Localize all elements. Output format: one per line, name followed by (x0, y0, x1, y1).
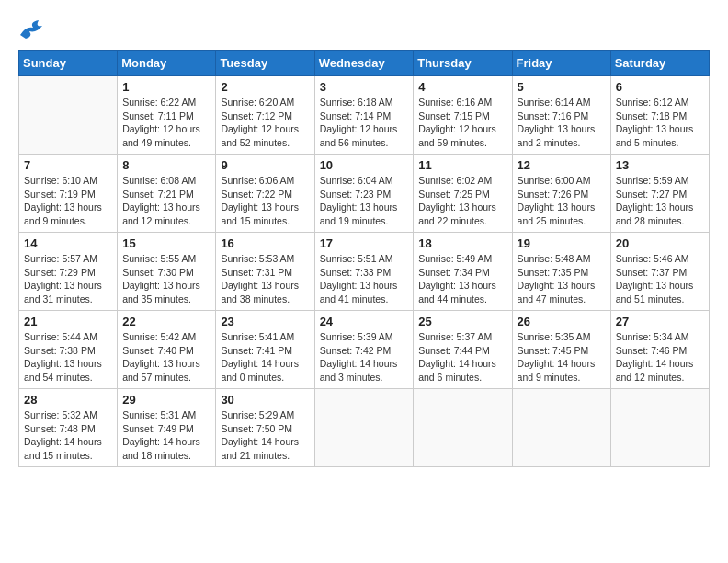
calendar-cell: 29Sunrise: 5:31 AMSunset: 7:49 PMDayligh… (118, 389, 216, 467)
day-info: Sunrise: 6:16 AMSunset: 7:15 PMDaylight:… (418, 96, 506, 150)
day-number: 2 (221, 80, 309, 94)
calendar-cell: 6Sunrise: 6:12 AMSunset: 7:18 PMDaylight… (610, 76, 709, 155)
day-info: Sunrise: 6:14 AMSunset: 7:16 PMDaylight:… (518, 96, 606, 150)
calendar-cell: 1Sunrise: 6:22 AMSunset: 7:11 PMDaylight… (118, 76, 216, 155)
day-number: 11 (418, 158, 506, 172)
calendar-cell: 17Sunrise: 5:51 AMSunset: 7:33 PMDayligh… (314, 233, 414, 311)
day-info: Sunrise: 6:22 AMSunset: 7:11 PMDaylight:… (122, 96, 210, 150)
calendar-table: Sunday Monday Tuesday Wednesday Thursday… (18, 50, 710, 467)
day-info: Sunrise: 5:37 AMSunset: 7:44 PMDaylight:… (418, 330, 506, 385)
day-info: Sunrise: 5:51 AMSunset: 7:33 PMDaylight:… (320, 252, 409, 306)
page-header (18, 18, 710, 40)
calendar-cell (414, 389, 512, 467)
calendar-cell: 5Sunrise: 6:14 AMSunset: 7:16 PMDaylight… (512, 76, 610, 155)
day-number: 14 (24, 236, 112, 250)
day-number: 16 (221, 236, 309, 250)
calendar-cell: 23Sunrise: 5:41 AMSunset: 7:41 PMDayligh… (216, 311, 314, 389)
day-info: Sunrise: 6:08 AMSunset: 7:21 PMDaylight:… (122, 174, 210, 228)
calendar-cell: 19Sunrise: 5:48 AMSunset: 7:35 PMDayligh… (512, 233, 610, 311)
col-friday: Friday (512, 51, 610, 76)
calendar-cell: 18Sunrise: 5:49 AMSunset: 7:34 PMDayligh… (414, 233, 512, 311)
day-number: 6 (616, 80, 704, 94)
day-info: Sunrise: 5:42 AMSunset: 7:40 PMDaylight:… (122, 330, 210, 385)
calendar-header-row: Sunday Monday Tuesday Wednesday Thursday… (19, 51, 710, 76)
calendar-cell: 9Sunrise: 6:06 AMSunset: 7:22 PMDaylight… (216, 155, 314, 233)
day-number: 5 (518, 80, 606, 94)
calendar-cell (610, 389, 709, 467)
day-info: Sunrise: 5:46 AMSunset: 7:37 PMDaylight:… (616, 252, 704, 306)
day-number: 18 (418, 236, 506, 250)
day-info: Sunrise: 5:41 AMSunset: 7:41 PMDaylight:… (221, 330, 309, 385)
calendar-cell: 22Sunrise: 5:42 AMSunset: 7:40 PMDayligh… (118, 311, 216, 389)
day-info: Sunrise: 5:31 AMSunset: 7:49 PMDaylight:… (122, 408, 210, 463)
day-info: Sunrise: 5:48 AMSunset: 7:35 PMDaylight:… (518, 252, 606, 306)
calendar-cell: 25Sunrise: 5:37 AMSunset: 7:44 PMDayligh… (414, 311, 512, 389)
day-info: Sunrise: 6:18 AMSunset: 7:14 PMDaylight:… (320, 96, 409, 150)
calendar-cell: 30Sunrise: 5:29 AMSunset: 7:50 PMDayligh… (216, 389, 314, 467)
logo (18, 18, 50, 40)
day-info: Sunrise: 6:04 AMSunset: 7:23 PMDaylight:… (320, 174, 409, 228)
day-info: Sunrise: 5:35 AMSunset: 7:45 PMDaylight:… (518, 330, 606, 385)
day-number: 21 (24, 315, 112, 328)
day-number: 7 (24, 158, 112, 172)
day-number: 23 (221, 315, 309, 328)
day-info: Sunrise: 5:44 AMSunset: 7:38 PMDaylight:… (24, 330, 112, 385)
col-thursday: Thursday (414, 51, 512, 76)
day-number: 28 (24, 393, 112, 407)
col-saturday: Saturday (610, 51, 709, 76)
calendar-cell: 24Sunrise: 5:39 AMSunset: 7:42 PMDayligh… (314, 311, 414, 389)
week-row-1: 1Sunrise: 6:22 AMSunset: 7:11 PMDaylight… (19, 76, 710, 155)
col-monday: Monday (118, 51, 216, 76)
calendar-cell: 20Sunrise: 5:46 AMSunset: 7:37 PMDayligh… (610, 233, 709, 311)
day-info: Sunrise: 5:59 AMSunset: 7:27 PMDaylight:… (616, 174, 704, 228)
day-info: Sunrise: 5:32 AMSunset: 7:48 PMDaylight:… (24, 408, 112, 463)
calendar-cell: 14Sunrise: 5:57 AMSunset: 7:29 PMDayligh… (19, 233, 118, 311)
calendar-cell: 8Sunrise: 6:08 AMSunset: 7:21 PMDaylight… (118, 155, 216, 233)
calendar-cell: 16Sunrise: 5:53 AMSunset: 7:31 PMDayligh… (216, 233, 314, 311)
day-number: 17 (320, 236, 409, 250)
calendar-cell: 26Sunrise: 5:35 AMSunset: 7:45 PMDayligh… (512, 311, 610, 389)
day-info: Sunrise: 5:39 AMSunset: 7:42 PMDaylight:… (320, 330, 409, 385)
day-number: 29 (122, 393, 210, 407)
calendar-cell: 15Sunrise: 5:55 AMSunset: 7:30 PMDayligh… (118, 233, 216, 311)
day-info: Sunrise: 6:06 AMSunset: 7:22 PMDaylight:… (221, 174, 309, 228)
week-row-4: 21Sunrise: 5:44 AMSunset: 7:38 PMDayligh… (19, 311, 710, 389)
day-number: 20 (616, 236, 704, 250)
calendar-cell (19, 76, 118, 155)
week-row-3: 14Sunrise: 5:57 AMSunset: 7:29 PMDayligh… (19, 233, 710, 311)
col-wednesday: Wednesday (314, 51, 414, 76)
calendar-cell: 3Sunrise: 6:18 AMSunset: 7:14 PMDaylight… (314, 76, 414, 155)
day-info: Sunrise: 5:29 AMSunset: 7:50 PMDaylight:… (221, 408, 309, 463)
day-number: 12 (518, 158, 606, 172)
day-info: Sunrise: 6:12 AMSunset: 7:18 PMDaylight:… (616, 96, 704, 150)
day-number: 13 (616, 158, 704, 172)
day-number: 30 (221, 393, 309, 407)
calendar-cell: 13Sunrise: 5:59 AMSunset: 7:27 PMDayligh… (610, 155, 709, 233)
day-info: Sunrise: 5:57 AMSunset: 7:29 PMDaylight:… (24, 252, 112, 306)
calendar-cell: 2Sunrise: 6:20 AMSunset: 7:12 PMDaylight… (216, 76, 314, 155)
calendar-cell: 7Sunrise: 6:10 AMSunset: 7:19 PMDaylight… (19, 155, 118, 233)
calendar-cell: 27Sunrise: 5:34 AMSunset: 7:46 PMDayligh… (610, 311, 709, 389)
calendar-cell: 21Sunrise: 5:44 AMSunset: 7:38 PMDayligh… (19, 311, 118, 389)
calendar-cell (314, 389, 414, 467)
day-number: 26 (518, 315, 606, 328)
calendar-cell: 28Sunrise: 5:32 AMSunset: 7:48 PMDayligh… (19, 389, 118, 467)
day-number: 8 (122, 158, 210, 172)
day-info: Sunrise: 6:10 AMSunset: 7:19 PMDaylight:… (24, 174, 112, 228)
week-row-2: 7Sunrise: 6:10 AMSunset: 7:19 PMDaylight… (19, 155, 710, 233)
col-tuesday: Tuesday (216, 51, 314, 76)
day-number: 27 (616, 315, 704, 328)
day-number: 4 (418, 80, 506, 94)
logo-icon (18, 18, 46, 40)
calendar-cell (512, 389, 610, 467)
day-info: Sunrise: 6:00 AMSunset: 7:26 PMDaylight:… (518, 174, 606, 228)
day-number: 22 (122, 315, 210, 328)
calendar-cell: 4Sunrise: 6:16 AMSunset: 7:15 PMDaylight… (414, 76, 512, 155)
calendar-cell: 10Sunrise: 6:04 AMSunset: 7:23 PMDayligh… (314, 155, 414, 233)
week-row-5: 28Sunrise: 5:32 AMSunset: 7:48 PMDayligh… (19, 389, 710, 467)
day-info: Sunrise: 6:20 AMSunset: 7:12 PMDaylight:… (221, 96, 309, 150)
day-info: Sunrise: 5:55 AMSunset: 7:30 PMDaylight:… (122, 252, 210, 306)
day-number: 1 (122, 80, 210, 94)
day-number: 25 (418, 315, 506, 328)
day-number: 19 (518, 236, 606, 250)
